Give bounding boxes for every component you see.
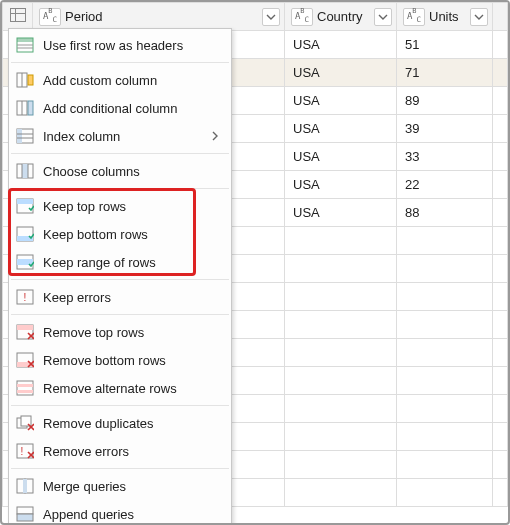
cell-country[interactable]: USA: [285, 121, 396, 136]
menu-use-first-row[interactable]: Use first row as headers: [9, 31, 231, 59]
cell-empty: [493, 283, 508, 311]
cell-country[interactable]: USA: [285, 65, 396, 80]
remove-bottom-rows-icon: [15, 350, 35, 370]
menu-remove-bottom-rows[interactable]: Remove bottom rows: [9, 346, 231, 374]
svg-text:!: !: [21, 446, 24, 457]
cell-empty: [493, 199, 508, 227]
menu-label: Keep range of rows: [43, 255, 221, 270]
menu-index-column[interactable]: Index column: [9, 122, 231, 150]
column-header-period[interactable]: ABC Period: [33, 3, 285, 31]
svg-rect-45: [17, 479, 25, 493]
menu-label: Keep errors: [43, 290, 221, 305]
svg-rect-6: [28, 75, 33, 85]
menu-label: Remove alternate rows: [43, 381, 221, 396]
cell-units[interactable]: 89: [397, 93, 492, 108]
cell-country[interactable]: USA: [285, 177, 396, 192]
cell-empty: [493, 115, 508, 143]
conditional-column-icon: [15, 98, 35, 118]
index-column-icon: [15, 126, 35, 146]
cell-empty: [493, 59, 508, 87]
cell-empty: [493, 255, 508, 283]
cell-units[interactable]: 51: [397, 37, 492, 52]
svg-rect-24: [17, 290, 33, 304]
column-header-country[interactable]: ABC Country: [285, 3, 397, 31]
svg-rect-18: [17, 199, 33, 213]
menu-label: Keep bottom rows: [43, 227, 221, 242]
menu-append-queries[interactable]: Append queries: [9, 500, 231, 525]
menu-remove-alternate-rows[interactable]: Remove alternate rows: [9, 374, 231, 402]
svg-rect-46: [25, 479, 33, 493]
svg-rect-9: [28, 101, 33, 115]
svg-line-33: [28, 361, 34, 367]
type-badge-icon: ABC: [39, 8, 61, 26]
menu-separator: [11, 279, 229, 280]
svg-rect-4: [17, 73, 27, 87]
menu-separator: [11, 188, 229, 189]
menu-label: Remove errors: [43, 444, 221, 459]
svg-line-39: [28, 424, 34, 430]
cell-country[interactable]: USA: [285, 205, 396, 220]
menu-remove-errors[interactable]: ! Remove errors: [9, 437, 231, 465]
cell-units[interactable]: 22: [397, 177, 492, 192]
append-queries-icon: [15, 504, 35, 524]
svg-rect-30: [17, 353, 33, 367]
cell-empty: [493, 31, 508, 59]
menu-add-custom-column[interactable]: Add custom column: [9, 66, 231, 94]
svg-rect-23: [17, 259, 33, 265]
svg-line-28: [28, 333, 34, 339]
svg-rect-20: [17, 227, 33, 241]
menu-separator: [11, 62, 229, 63]
column-header-units[interactable]: ABC Units: [397, 3, 493, 31]
type-badge-icon: ABC: [403, 8, 425, 26]
svg-rect-27: [17, 325, 33, 330]
menu-keep-top-rows[interactable]: Keep top rows: [9, 192, 231, 220]
cell-country[interactable]: USA: [285, 37, 396, 52]
keep-top-rows-icon: [15, 196, 35, 216]
menu-choose-columns[interactable]: Choose columns: [9, 157, 231, 185]
svg-rect-41: [17, 444, 33, 458]
select-all-corner[interactable]: [3, 3, 33, 31]
cell-country[interactable]: USA: [285, 93, 396, 108]
menu-label: Remove top rows: [43, 325, 221, 340]
menu-separator: [11, 314, 229, 315]
column-header-empty: [493, 3, 508, 31]
svg-line-44: [28, 452, 34, 458]
cell-empty: [493, 451, 508, 479]
remove-duplicates-icon: [15, 413, 35, 433]
menu-label: Remove duplicates: [43, 416, 221, 431]
svg-rect-26: [17, 325, 33, 339]
menu-keep-errors[interactable]: ! Keep errors: [9, 283, 231, 311]
remove-errors-icon: !: [15, 441, 35, 461]
cell-units[interactable]: 33: [397, 149, 492, 164]
menu-label: Keep top rows: [43, 199, 221, 214]
svg-text:!: !: [24, 292, 27, 303]
menu-keep-range-of-rows[interactable]: Keep range of rows: [9, 248, 231, 276]
choose-columns-icon: [15, 161, 35, 181]
cell-units[interactable]: 39: [397, 121, 492, 136]
remove-top-rows-icon: [15, 322, 35, 342]
column-header-label: Country: [317, 9, 370, 24]
svg-line-40: [28, 424, 34, 430]
svg-rect-36: [17, 390, 33, 393]
filter-dropdown-button[interactable]: [374, 8, 392, 26]
menu-label: Add custom column: [43, 73, 221, 88]
cell-country[interactable]: USA: [285, 149, 396, 164]
svg-rect-48: [17, 507, 33, 514]
menu-remove-top-rows[interactable]: Remove top rows: [9, 318, 231, 346]
column-header-label: Period: [65, 9, 258, 24]
menu-keep-bottom-rows[interactable]: Keep bottom rows: [9, 220, 231, 248]
cell-units[interactable]: 71: [397, 65, 492, 80]
menu-remove-duplicates[interactable]: Remove duplicates: [9, 409, 231, 437]
menu-label: Choose columns: [43, 164, 221, 179]
chevron-right-icon: [209, 131, 221, 141]
cell-units[interactable]: 88: [397, 205, 492, 220]
svg-line-43: [28, 452, 34, 458]
svg-rect-38: [21, 416, 31, 426]
menu-add-conditional-column[interactable]: Add conditional column: [9, 94, 231, 122]
svg-rect-11: [17, 129, 22, 143]
filter-dropdown-button[interactable]: [262, 8, 280, 26]
cell-empty: [493, 87, 508, 115]
filter-dropdown-button[interactable]: [470, 8, 488, 26]
menu-label: Merge queries: [43, 479, 221, 494]
menu-merge-queries[interactable]: Merge queries: [9, 472, 231, 500]
